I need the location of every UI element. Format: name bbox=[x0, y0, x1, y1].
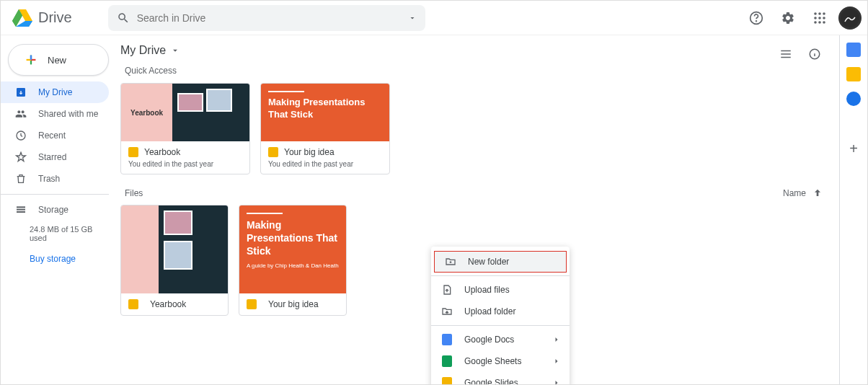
slides-menu-icon bbox=[440, 376, 454, 385]
svg-point-9 bbox=[818, 21, 821, 24]
breadcrumb-title: My Drive bbox=[120, 44, 166, 57]
side-panel: + bbox=[840, 35, 867, 384]
list-view-button[interactable] bbox=[773, 41, 799, 67]
sidebar-item-trash[interactable]: Trash bbox=[1, 168, 109, 190]
file-thumbnail: Making Presentations That Stick A guide … bbox=[239, 205, 346, 293]
keep-addon[interactable] bbox=[846, 67, 861, 81]
drive-icon bbox=[14, 85, 28, 99]
chevron-right-icon bbox=[552, 335, 561, 344]
menu-divider bbox=[431, 325, 570, 326]
sidebar-item-starred[interactable]: Starred bbox=[1, 146, 109, 168]
file-thumbnail: Yearbook bbox=[121, 84, 249, 141]
apps-grid-icon bbox=[813, 12, 826, 25]
search-bar[interactable] bbox=[108, 5, 425, 31]
menu-google-sheets[interactable]: Google Sheets bbox=[431, 350, 570, 372]
plus-icon bbox=[23, 52, 39, 68]
search-dropdown-icon[interactable] bbox=[408, 14, 417, 22]
settings-button[interactable] bbox=[775, 5, 801, 31]
search-icon bbox=[117, 12, 130, 25]
file-thumbnail: Making Presentations That Stick bbox=[261, 84, 389, 141]
buy-storage-link[interactable]: Buy storage bbox=[1, 249, 109, 268]
arrow-up-icon bbox=[812, 187, 823, 199]
file-card-yearbook[interactable]: Yearbook bbox=[120, 205, 229, 316]
star-icon bbox=[14, 150, 28, 164]
sidebar: New My Drive Shared with me Recent Starr… bbox=[1, 35, 109, 384]
breadcrumb[interactable]: My Drive bbox=[120, 41, 828, 60]
menu-upload-files[interactable]: Upload files bbox=[431, 279, 570, 301]
new-button[interactable]: New bbox=[8, 44, 109, 76]
help-button[interactable] bbox=[743, 5, 769, 31]
drive-logo[interactable]: Drive bbox=[12, 9, 72, 27]
header-actions bbox=[743, 5, 862, 31]
add-addon-button[interactable]: + bbox=[849, 141, 858, 157]
apps-button[interactable] bbox=[807, 5, 833, 31]
svg-point-2 bbox=[814, 12, 817, 15]
menu-google-slides[interactable]: Google Slides bbox=[431, 372, 570, 385]
files-heading: Files bbox=[125, 188, 143, 198]
menu-new-folder[interactable]: New folder bbox=[434, 251, 567, 273]
search-input[interactable] bbox=[137, 12, 408, 24]
storage-icon bbox=[14, 203, 28, 217]
file-thumbnail bbox=[121, 205, 228, 293]
calendar-addon[interactable] bbox=[846, 43, 861, 57]
info-icon bbox=[808, 48, 821, 61]
drive-triangle-icon bbox=[12, 9, 32, 27]
list-icon bbox=[779, 48, 792, 61]
gear-icon bbox=[781, 11, 795, 25]
svg-point-1 bbox=[756, 20, 757, 21]
nav-label: Storage bbox=[38, 205, 68, 215]
trash-icon bbox=[14, 172, 28, 186]
menu-divider bbox=[431, 275, 570, 276]
svg-rect-13 bbox=[17, 206, 25, 208]
file-card-big-idea[interactable]: Making Presentations That Stick A guide … bbox=[239, 205, 347, 316]
svg-point-8 bbox=[814, 21, 817, 24]
svg-point-4 bbox=[823, 12, 825, 15]
details-button[interactable] bbox=[802, 41, 828, 67]
slides-file-icon bbox=[128, 147, 138, 157]
docs-icon bbox=[440, 332, 454, 347]
view-controls bbox=[773, 41, 828, 67]
nav-label: My Drive bbox=[38, 87, 72, 97]
quick-access-heading: Quick Access bbox=[125, 66, 828, 76]
sidebar-item-shared[interactable]: Shared with me bbox=[1, 103, 109, 125]
nav-label: Recent bbox=[38, 130, 66, 141]
sidebar-item-my-drive[interactable]: My Drive bbox=[1, 81, 109, 103]
nav-label: Trash bbox=[38, 174, 60, 184]
quick-card-big-idea[interactable]: Making Presentations That Stick Your big… bbox=[260, 83, 390, 174]
chevron-right-icon bbox=[552, 357, 561, 366]
svg-point-7 bbox=[823, 17, 825, 19]
app-header: Drive bbox=[1, 1, 867, 35]
clock-icon bbox=[14, 128, 28, 143]
file-upload-icon bbox=[440, 283, 454, 297]
svg-rect-14 bbox=[17, 209, 25, 211]
nav-label: Shared with me bbox=[38, 109, 98, 119]
sort-button[interactable]: Name bbox=[783, 187, 823, 199]
chevron-down-icon bbox=[170, 45, 180, 56]
slides-file-icon bbox=[268, 147, 278, 157]
slides-file-icon bbox=[128, 299, 138, 309]
svg-rect-15 bbox=[17, 211, 25, 213]
slides-file-icon bbox=[247, 299, 257, 309]
menu-google-docs[interactable]: Google Docs bbox=[431, 329, 570, 350]
app-name: Drive bbox=[38, 9, 72, 26]
new-button-label: New bbox=[48, 55, 66, 66]
menu-upload-folder[interactable]: Upload folder bbox=[431, 301, 570, 322]
storage-usage: 24.8 MB of 15 GB used bbox=[1, 221, 109, 249]
sidebar-item-recent[interactable]: Recent bbox=[1, 125, 109, 146]
svg-point-5 bbox=[814, 17, 817, 19]
svg-point-10 bbox=[823, 21, 825, 24]
folder-upload-icon bbox=[440, 304, 454, 319]
folder-plus-icon bbox=[443, 255, 458, 269]
sheets-icon bbox=[440, 354, 454, 368]
sidebar-item-storage[interactable]: Storage bbox=[1, 199, 109, 221]
people-icon bbox=[14, 107, 28, 121]
nav-label: Starred bbox=[38, 152, 66, 162]
svg-point-3 bbox=[818, 12, 821, 15]
svg-point-6 bbox=[818, 17, 821, 19]
chevron-right-icon bbox=[552, 379, 561, 385]
tasks-addon[interactable] bbox=[846, 92, 861, 106]
quick-card-yearbook[interactable]: Yearbook Yearbook You edited in the past… bbox=[120, 83, 250, 174]
context-menu: New folder Upload files Upload folder Go… bbox=[431, 247, 570, 385]
help-icon bbox=[749, 11, 763, 25]
user-avatar[interactable] bbox=[838, 6, 862, 30]
